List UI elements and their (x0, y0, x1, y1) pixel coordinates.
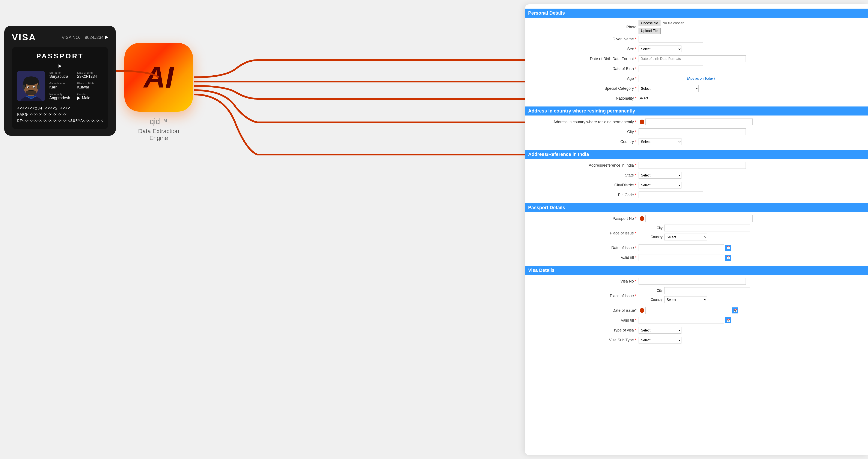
visa-vt-calendar-icon[interactable]: 📅 (725, 317, 731, 323)
city-perm-input[interactable] (639, 128, 746, 135)
visa-country-select[interactable]: Select (664, 296, 707, 303)
visa-doi-input[interactable] (645, 307, 731, 314)
passport-doi-row: Date of issue * 📅 (531, 244, 862, 252)
address-perm-input[interactable] (645, 118, 753, 125)
address-india-header: Address/Reference in India (525, 150, 868, 159)
visa-vt-input[interactable] (639, 317, 724, 324)
mrz-section: <<<<<<<234 <<<<2 <<<< KARN<<<<<<<<<<<<<<… (17, 106, 103, 124)
svg-point-9 (33, 87, 35, 88)
nationality-label: Nationality * (531, 96, 639, 101)
choose-file-button[interactable]: Choose file (639, 20, 660, 26)
dob-label: Date of Birth * (531, 66, 639, 71)
visa-poi-label: Place of issue * (531, 294, 639, 298)
given-name-field: Given Name Karn (49, 82, 75, 90)
visa-city-row: City (639, 287, 750, 294)
passport-no-label: Passport No * (531, 217, 639, 221)
center-logo: AI qid™ Data ExtractionEngine (124, 43, 193, 142)
dob-row: Date of Birth * (531, 65, 862, 73)
svg-rect-12 (37, 85, 40, 89)
passport-city-input[interactable] (664, 225, 750, 231)
passport-vt-input[interactable] (639, 254, 724, 261)
passport-country-select[interactable]: Select (664, 234, 707, 240)
state-row: State * Select (531, 171, 862, 179)
visa-poi-row: Place of issue * City Country Select (531, 287, 862, 305)
personal-details-header: Personal Details (525, 8, 868, 18)
age-today-link[interactable]: (Age as on Today) (687, 77, 715, 81)
visa-no-row: Visa No * (531, 277, 862, 285)
visa-title: VISA (12, 32, 36, 42)
country-perm-select[interactable]: Select (639, 138, 681, 145)
dob-format-input[interactable] (639, 55, 746, 62)
address-dot-indicator (640, 120, 644, 124)
city-district-select[interactable]: Select (639, 182, 681, 189)
passport-city-row: City (639, 225, 750, 231)
upload-file-button[interactable]: Upload File (639, 28, 661, 34)
address-perm-label: Address in country where residing perman… (531, 120, 639, 124)
visa-doi-dot-indicator (640, 308, 644, 313)
passport-vt-row: Valid till * 📅 (531, 254, 862, 261)
dob-format-label: Date of Birth Date Format * (531, 57, 639, 61)
address-india-label: Address/reference in India * (531, 163, 639, 168)
address-permanent-header: Address in country where residing perman… (525, 107, 868, 115)
visa-city-input[interactable] (664, 287, 750, 294)
gender-field: Gender Male (77, 92, 103, 101)
gender-arrow-icon (77, 96, 80, 100)
passport-photo (17, 71, 45, 101)
passport-arrow (17, 64, 103, 68)
pin-code-input[interactable] (639, 192, 703, 198)
visa-header: VISA VISA NO. 9024J234 (12, 32, 108, 42)
country-perm-row: Country * Select (531, 138, 862, 146)
visa-poi-group: City Country Select (639, 287, 750, 305)
photo-upload-group: Choose file No file chosen Upload File (639, 20, 684, 34)
nationality-row: Nationality * Select (531, 94, 862, 102)
nationality-value: Select (639, 96, 648, 100)
visa-details-header: Visa Details (525, 266, 868, 275)
nationality-field: Nationality Angpradesh (49, 92, 75, 101)
passport-doi-label: Date of issue * (531, 246, 639, 250)
passport-vt-calendar-icon[interactable]: 📅 (725, 255, 731, 261)
visa-type-select[interactable]: Select (639, 327, 681, 334)
passport-no-input[interactable] (645, 215, 753, 222)
passport-arrow-icon (59, 64, 62, 68)
city-district-row: City/District * Select (531, 181, 862, 189)
given-name-input[interactable] (639, 36, 703, 42)
special-category-select[interactable]: Select (639, 85, 699, 92)
city-district-label: City/District * (531, 183, 639, 188)
photo-label: Photo (531, 25, 639, 29)
no-file-text: No file chosen (662, 21, 684, 25)
dob-input[interactable] (639, 65, 703, 72)
passport-fields: Surname Suryaputra Date of Birth 23-23-1… (49, 71, 103, 101)
passport-doi-input[interactable] (639, 244, 724, 251)
address-india-input[interactable] (639, 162, 746, 169)
file-section: Choose file No file chosen (639, 20, 684, 26)
age-label: Age * (531, 77, 639, 81)
special-category-label: Special Category * (531, 86, 639, 91)
passport-details-header: Passport Details (525, 203, 868, 212)
passport-dot-indicator (640, 216, 644, 221)
visa-country-row: Country Select (639, 296, 750, 303)
mrz-line2: DF<<<<<<<<<<<<<<<<<<<SURYA<<<<<<<< (17, 118, 103, 124)
given-name-label: Given Name * (531, 37, 639, 41)
sex-select[interactable]: Select (639, 46, 681, 52)
visa-no-label: Visa No * (531, 279, 639, 284)
visa-subtype-select[interactable]: Select (639, 337, 681, 344)
passport-poi-group: City Country Select (639, 225, 750, 242)
pin-code-row: Pin Code * (531, 191, 862, 199)
state-select[interactable]: Select (639, 172, 681, 179)
visa-doi-calendar-icon[interactable]: 📅 (732, 308, 738, 313)
dob-field: Date of Birth 23-23-1234 (77, 71, 103, 80)
ai-icon: AI (124, 43, 193, 112)
pob-field: Place of Birth Kutwar (77, 82, 103, 90)
age-input[interactable] (639, 75, 685, 82)
visa-card: VISA VISA NO. 9024J234 PASSPORT (4, 26, 116, 136)
visa-vt-label: Valid till * (531, 318, 639, 323)
visa-no-input[interactable] (639, 278, 746, 285)
age-row: Age * (Age as on Today) (531, 75, 862, 82)
passport-country-row: Country Select (639, 234, 750, 240)
form-panel: Personal Details Photo Choose file No fi… (525, 4, 868, 455)
passport-section: PASSPORT (12, 47, 108, 129)
visa-subtype-label: Visa Sub Type * (531, 338, 639, 342)
visa-number: VISA NO. 9024J234 (62, 35, 108, 40)
passport-doi-calendar-icon[interactable]: 📅 (725, 245, 731, 251)
visa-subtype-row: Visa Sub Type * Select (531, 336, 862, 344)
